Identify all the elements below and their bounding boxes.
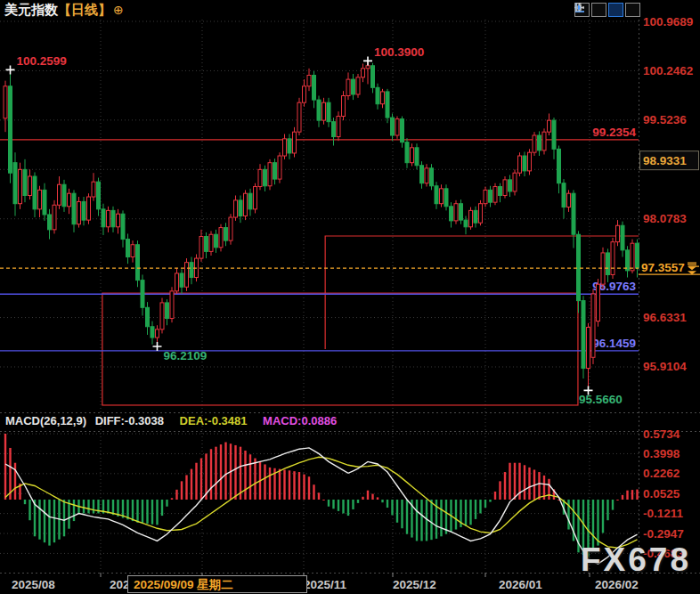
fit-y-axis-button[interactable] xyxy=(591,3,606,17)
macd-histogram-bar xyxy=(391,500,393,515)
macd-histogram-bar xyxy=(602,500,604,533)
price-marker-icon[interactable] xyxy=(688,266,696,274)
macd-histogram-bar xyxy=(136,500,138,523)
expand-icon[interactable]: ⊕ xyxy=(113,3,124,17)
macd-histogram-bar xyxy=(132,500,134,521)
boxed-price-label: 98.9331 xyxy=(643,154,687,167)
candle-body xyxy=(567,193,571,207)
candle-body xyxy=(430,168,434,186)
candle-body xyxy=(68,193,71,207)
macd-histogram-bar xyxy=(289,470,290,500)
candle-body xyxy=(219,228,223,248)
candle-body xyxy=(420,166,424,183)
macd-histogram-bar xyxy=(293,471,295,500)
macd-histogram-bar xyxy=(489,500,491,502)
candle-body xyxy=(234,200,238,217)
candle-body xyxy=(72,193,76,224)
macd-histogram-bar xyxy=(357,500,359,503)
price-axis-label: 100.9689 xyxy=(643,15,693,28)
macd-histogram-bar xyxy=(146,500,148,524)
candle-body xyxy=(616,225,620,241)
candle-body xyxy=(77,201,81,224)
macd-histogram-bar xyxy=(371,494,373,500)
candle-body xyxy=(327,102,330,121)
candle-body xyxy=(484,190,487,203)
chart-title: 美元指数【日线】⊕ xyxy=(4,2,124,19)
candle-body xyxy=(533,135,536,152)
macd-histogram-bar xyxy=(151,500,153,525)
candle-body xyxy=(97,182,101,209)
candle-body xyxy=(293,132,297,153)
macd-histogram-bar xyxy=(279,469,281,500)
macd-histogram-bar xyxy=(156,500,158,525)
candle-body xyxy=(518,156,522,173)
macd-histogram-bar xyxy=(322,500,324,500)
macd-histogram-bar xyxy=(469,500,471,525)
candle-body xyxy=(313,76,316,101)
indicator-header: MACD(26,12,9) DIFF:-0.3038 DEA:-0.3481 M… xyxy=(5,414,337,427)
candle-body xyxy=(356,77,360,94)
low-annotation-label: 96.2109 xyxy=(164,349,208,362)
candle-body xyxy=(317,100,321,120)
candle-body xyxy=(528,152,532,171)
macd-histogram-bar xyxy=(181,481,183,500)
candle-body xyxy=(170,291,174,319)
candle-body xyxy=(611,242,615,275)
candle-body xyxy=(273,163,277,179)
candle-body xyxy=(126,240,130,257)
snapshot-button[interactable] xyxy=(625,3,640,17)
fit-x-axis-button[interactable] xyxy=(608,3,623,17)
macd-histogram-bar xyxy=(249,454,251,500)
candle-body xyxy=(166,303,169,319)
macd-histogram-bar xyxy=(475,500,476,519)
candle-body xyxy=(626,250,630,271)
candle-body xyxy=(136,245,140,281)
dea-value-label: DEA:-0.3481 xyxy=(180,414,248,427)
macd-histogram-bar xyxy=(185,475,187,500)
time-axis[interactable]: 2025/082025/092025/102025/112025/122026/… xyxy=(12,573,639,593)
candle-body xyxy=(92,182,95,197)
candle-body xyxy=(160,303,164,330)
candle-body xyxy=(503,180,507,196)
price-axis-label: 99.5236 xyxy=(643,113,687,126)
candle-body xyxy=(542,132,546,151)
candle-body xyxy=(401,119,404,142)
candle-body xyxy=(87,197,91,220)
diff-line xyxy=(5,448,638,564)
candle-body xyxy=(141,281,144,308)
macd-histogram-bar xyxy=(616,500,618,500)
candle-body xyxy=(513,173,517,191)
macd-histogram-bar xyxy=(479,500,481,513)
dea-line xyxy=(5,457,638,548)
candle-body xyxy=(395,119,399,135)
macd-histogram-bar xyxy=(528,468,530,500)
macd-histogram-bar xyxy=(524,465,525,500)
mark-cross-icon[interactable] xyxy=(363,56,372,65)
candle-body xyxy=(117,214,120,227)
macd-histogram-bar xyxy=(107,500,109,513)
macd-histogram-bar xyxy=(220,444,222,500)
candle-body xyxy=(572,193,575,234)
mark-cross-icon[interactable] xyxy=(153,342,162,351)
macd-histogram-bar xyxy=(548,479,549,500)
candle-body xyxy=(454,204,458,221)
candle-body xyxy=(460,204,463,220)
candle-body xyxy=(209,234,213,251)
candle-body xyxy=(229,217,232,240)
price-alert-icon[interactable] xyxy=(688,263,699,266)
symbol-name: 美元指数 xyxy=(4,2,58,17)
macd-histogram-bar xyxy=(308,476,310,500)
candle-body xyxy=(435,186,438,204)
candle-body xyxy=(587,328,590,369)
mark-cross-icon[interactable] xyxy=(6,65,15,74)
macd-histogram-bar xyxy=(606,500,608,520)
candle-body xyxy=(509,180,512,191)
macd-histogram-bar xyxy=(48,500,50,546)
macd-histogram-bar xyxy=(53,500,55,542)
macd-histogram-bar xyxy=(332,500,334,509)
selected-date-label: 2025/09/09 星期二 xyxy=(134,578,233,591)
price-chart-canvas[interactable]: 99.235496.976396.145997.3557100.9689100.… xyxy=(0,0,700,594)
month-label: 2025/12 xyxy=(393,578,436,591)
candle-body xyxy=(254,187,257,209)
candle-body xyxy=(371,66,375,88)
